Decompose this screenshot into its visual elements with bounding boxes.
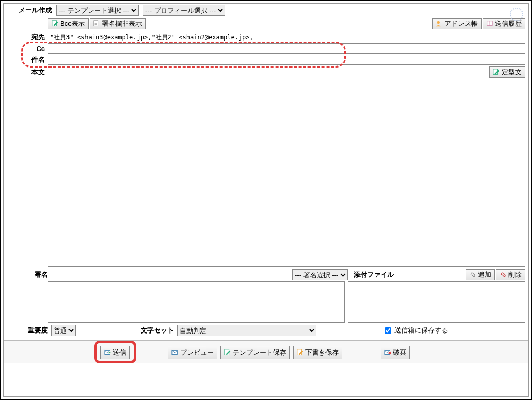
svg-point-5 (437, 21, 440, 24)
body-label: 本文 (7, 68, 48, 77)
clip-icon (469, 271, 476, 278)
save-template-label: テンプレート保存 (233, 348, 286, 357)
attachment-delete-label: 削除 (508, 270, 522, 279)
signature-box[interactable] (48, 281, 345, 323)
page-title: メール作成 (19, 6, 52, 15)
save-template-icon (224, 349, 231, 356)
save-draft-icon (297, 349, 304, 356)
importance-select[interactable]: 普通 (51, 325, 76, 336)
boilerplate-label: 定型文 (502, 68, 522, 77)
save-template-button[interactable]: テンプレート保存 (220, 346, 290, 359)
preview-button[interactable]: プレビュー (168, 346, 217, 359)
charset-label: 文字セット (141, 326, 174, 335)
book-icon (486, 20, 493, 27)
subject-input[interactable] (48, 55, 525, 65)
boilerplate-button[interactable]: 定型文 (489, 66, 525, 78)
send-label: 送信 (113, 348, 126, 357)
edit-icon (493, 69, 500, 76)
send-button[interactable]: 送信 (100, 346, 130, 359)
preview-label: プレビュー (180, 348, 214, 357)
signature-select[interactable]: --- 署名選択 --- (292, 269, 348, 280)
attachment-delete-button[interactable]: 削除 (496, 269, 525, 280)
signature-icon (93, 20, 100, 27)
edit-icon (52, 20, 59, 27)
attachment-box[interactable] (348, 281, 525, 323)
loading-spinner-icon (510, 8, 523, 21)
save-draft-label: 下書き保存 (305, 348, 339, 357)
importance-label: 重要度 (7, 326, 48, 335)
attachment-add-label: 追加 (478, 270, 491, 279)
template-select[interactable]: --- テンプレート選択 --- (56, 5, 139, 16)
profile-select[interactable]: --- プロフィール選択 --- (143, 5, 225, 16)
address-book-icon (436, 20, 443, 27)
save-to-sent-label: 送信箱に保存する (394, 326, 448, 335)
bcc-show-label: Bcc表示 (60, 19, 85, 28)
address-book-button[interactable]: アドレス帳 (432, 18, 482, 29)
save-to-sent-checkbox[interactable] (385, 327, 391, 334)
attachment-label: 添付ファイル (354, 270, 394, 279)
clip-delete-icon (500, 271, 507, 278)
mail-preview-icon (171, 349, 179, 356)
discard-label: 破棄 (393, 348, 406, 357)
save-draft-button[interactable]: 下書き保存 (293, 346, 342, 359)
cc-label: Cc (7, 45, 48, 53)
to-input[interactable] (48, 32, 525, 42)
mail-discard-icon (384, 349, 391, 356)
charset-select[interactable]: 自動判定 (177, 325, 316, 336)
attachment-add-button[interactable]: 追加 (466, 269, 495, 280)
subject-label: 件名 (7, 55, 48, 64)
signature-hide-label: 署名欄非表示 (102, 19, 142, 28)
to-label: 宛先 (7, 32, 48, 42)
cc-input[interactable] (48, 43, 525, 54)
window-icon (7, 8, 12, 13)
address-book-label: アドレス帳 (444, 19, 478, 28)
discard-button[interactable]: 破棄 (381, 346, 410, 359)
mail-send-icon (104, 349, 111, 356)
signature-label: 署名 (7, 270, 48, 279)
body-textarea[interactable] (48, 79, 525, 267)
signature-hide-button[interactable]: 署名欄非表示 (90, 18, 146, 29)
bcc-show-button[interactable]: Bcc表示 (48, 18, 89, 29)
